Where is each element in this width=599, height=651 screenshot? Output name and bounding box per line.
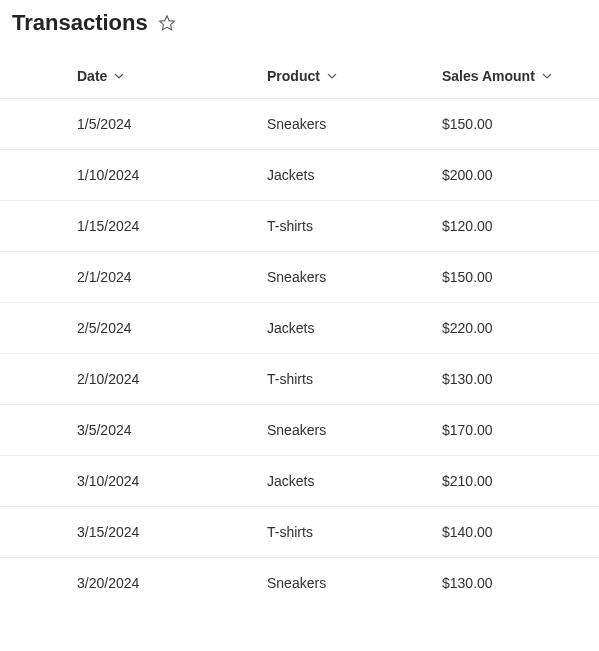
table-row[interactable]: 3/5/2024Sneakers$170.00 [0,405,599,456]
column-header-product[interactable]: Product [267,54,442,98]
favorite-star-icon[interactable] [158,14,176,32]
cell-product: Sneakers [267,405,442,455]
cell-date: 2/1/2024 [77,252,267,302]
row-spacer [12,405,77,455]
column-header-product-label: Product [267,68,320,84]
cell-amount: $220.00 [442,303,587,353]
cell-date: 2/10/2024 [77,354,267,404]
table-header-row: Date Product Sales Amount [0,54,599,99]
cell-date: 1/10/2024 [77,150,267,200]
row-spacer [12,507,77,557]
cell-amount: $210.00 [442,456,587,506]
cell-amount: $150.00 [442,252,587,302]
cell-date: 1/5/2024 [77,99,267,149]
transactions-table: Date Product Sales Amount 1/ [0,54,599,608]
cell-product: Sneakers [267,99,442,149]
chevron-down-icon [541,70,553,82]
table-row[interactable]: 1/15/2024T-shirts$120.00 [0,201,599,252]
cell-product: T-shirts [267,507,442,557]
table-row[interactable]: 2/10/2024T-shirts$130.00 [0,354,599,405]
cell-amount: $200.00 [442,150,587,200]
cell-date: 1/15/2024 [77,201,267,251]
cell-product: Sneakers [267,558,442,608]
table-row[interactable]: 1/5/2024Sneakers$150.00 [0,99,599,150]
table-row[interactable]: 3/20/2024Sneakers$130.00 [0,558,599,608]
cell-product: Jackets [267,303,442,353]
table-row[interactable]: 3/15/2024T-shirts$140.00 [0,507,599,558]
cell-product: Sneakers [267,252,442,302]
cell-product: Jackets [267,456,442,506]
chevron-down-icon [113,70,125,82]
cell-date: 3/10/2024 [77,456,267,506]
page-title: Transactions [12,10,148,36]
row-spacer [12,354,77,404]
row-spacer [12,252,77,302]
table-row[interactable]: 1/10/2024Jackets$200.00 [0,150,599,201]
row-spacer [12,558,77,608]
chevron-down-icon [326,70,338,82]
row-spacer [12,99,77,149]
header-spacer [12,54,77,98]
cell-amount: $130.00 [442,354,587,404]
column-header-date-label: Date [77,68,107,84]
cell-product: T-shirts [267,201,442,251]
cell-amount: $150.00 [442,99,587,149]
table-row[interactable]: 2/5/2024Jackets$220.00 [0,303,599,354]
cell-amount: $130.00 [442,558,587,608]
cell-date: 2/5/2024 [77,303,267,353]
cell-date: 3/15/2024 [77,507,267,557]
cell-date: 3/5/2024 [77,405,267,455]
cell-date: 3/20/2024 [77,558,267,608]
column-header-amount[interactable]: Sales Amount [442,54,587,98]
row-spacer [12,150,77,200]
row-spacer [12,456,77,506]
cell-amount: $170.00 [442,405,587,455]
page-header: Transactions [0,0,599,54]
column-header-amount-label: Sales Amount [442,68,535,84]
table-row[interactable]: 2/1/2024Sneakers$150.00 [0,252,599,303]
table-row[interactable]: 3/10/2024Jackets$210.00 [0,456,599,507]
cell-amount: $120.00 [442,201,587,251]
cell-product: T-shirts [267,354,442,404]
row-spacer [12,201,77,251]
cell-product: Jackets [267,150,442,200]
column-header-date[interactable]: Date [77,54,267,98]
row-spacer [12,303,77,353]
table-body: 1/5/2024Sneakers$150.001/10/2024Jackets$… [0,99,599,608]
cell-amount: $140.00 [442,507,587,557]
